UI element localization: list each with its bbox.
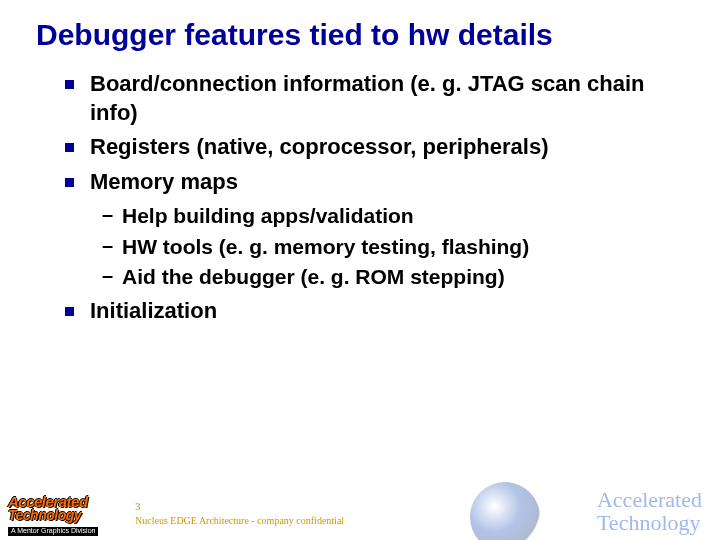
sub-text: Aid the debugger (e. g. ROM stepping): [118, 263, 680, 291]
bullet-item: Initialization: [60, 297, 680, 326]
bullet-item: Registers (native, coprocessor, peripher…: [60, 133, 680, 162]
logo: Accelerated Technology A Mentor Graphics…: [8, 495, 98, 536]
brand-line1: Accelerated: [597, 488, 702, 511]
bullet-icon: [60, 168, 78, 197]
slide-title: Debugger features tied to hw details: [0, 0, 720, 60]
slide: Debugger features tied to hw details Boa…: [0, 0, 720, 540]
slide-content: Board/connection information (e. g. JTAG…: [0, 60, 720, 326]
sub-text: HW tools (e. g. memory testing, flashing…: [118, 233, 680, 261]
sub-item: – HW tools (e. g. memory testing, flashi…: [102, 233, 680, 261]
sub-item: – Aid the debugger (e. g. ROM stepping): [102, 263, 680, 291]
logo-line2: Technology: [8, 509, 98, 522]
confidential-text: Nucleus EDGE Architecture - company conf…: [135, 515, 344, 526]
logo-division: A Mentor Graphics Division: [8, 527, 98, 536]
bullet-icon: [60, 70, 78, 127]
bullet-icon: [60, 297, 78, 326]
dash-icon: –: [102, 233, 118, 261]
bullet-item: Board/connection information (e. g. JTAG…: [60, 70, 680, 127]
dial-graphic: [470, 482, 540, 540]
footer: Accelerated Technology A Mentor Graphics…: [0, 482, 720, 540]
sub-list: – Help building apps/validation – HW too…: [60, 202, 680, 291]
bullet-item: Memory maps: [60, 168, 680, 197]
bullet-text: Registers (native, coprocessor, peripher…: [78, 133, 680, 162]
bullet-text: Memory maps: [78, 168, 680, 197]
bullet-text: Board/connection information (e. g. JTAG…: [78, 70, 680, 127]
page-number: 3: [135, 500, 141, 512]
brand-text: Accelerated Technology: [597, 488, 702, 534]
dash-icon: –: [102, 263, 118, 291]
sub-text: Help building apps/validation: [118, 202, 680, 230]
bullet-text: Initialization: [78, 297, 680, 326]
sub-item: – Help building apps/validation: [102, 202, 680, 230]
dash-icon: –: [102, 202, 118, 230]
bullet-icon: [60, 133, 78, 162]
brand-line2: Technology: [597, 511, 702, 534]
